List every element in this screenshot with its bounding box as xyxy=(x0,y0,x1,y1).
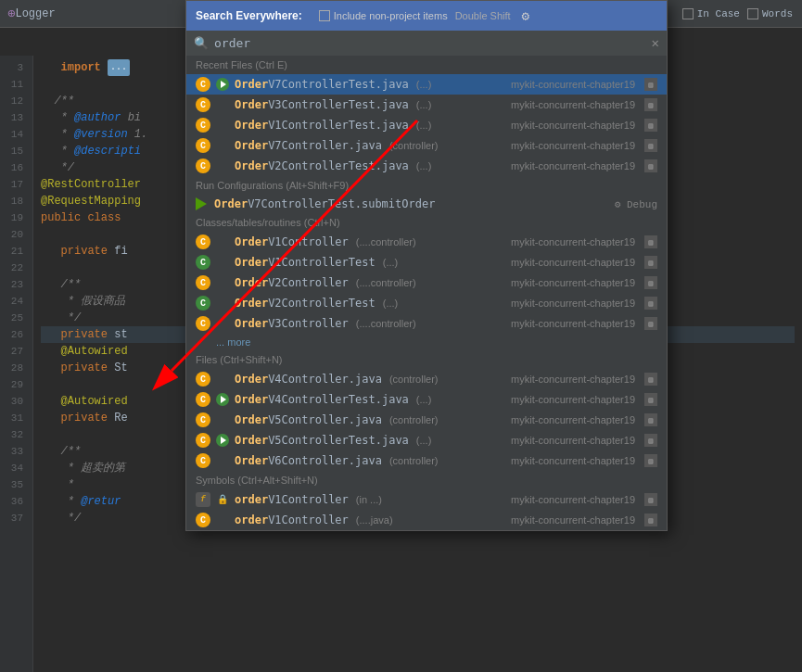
more-item[interactable]: ... more xyxy=(186,334,667,350)
result-detail: (....controller) xyxy=(356,277,416,288)
result-item[interactable]: C OrderV5Controller.java (controller) my… xyxy=(186,410,667,430)
file-icon: C xyxy=(196,77,210,92)
clear-icon[interactable]: ✕ xyxy=(652,35,659,51)
results-container[interactable]: Recent Files (Ctrl E) C OrderV7Controlle… xyxy=(186,56,667,530)
result-detail: (controller) xyxy=(389,455,439,466)
line-numbers: 3 11 12 13 14 15 16 17 18 19 20 21 22 23… xyxy=(0,56,33,672)
section-recent-files: Recent Files (Ctrl E) xyxy=(186,56,667,74)
result-detail: (....controller) xyxy=(356,236,416,247)
module-icon: ▤ xyxy=(644,373,657,386)
result-detail: (...) xyxy=(416,120,432,131)
result-item[interactable]: C OrderV2Controller (....controller) myk… xyxy=(186,273,667,293)
run-config-item[interactable]: OrderV7ControllerTest.submitOrder ⚙ Debu… xyxy=(186,195,667,213)
top-toolbar: In Case Words xyxy=(673,0,802,28)
result-item[interactable]: C OrderV4ControllerTest.java (...) mykit… xyxy=(186,389,667,410)
module-icon: ▤ xyxy=(644,393,657,406)
result-name: OrderV5ControllerTest.java xyxy=(235,434,409,447)
file-icon: C xyxy=(196,158,210,173)
file-icon: C xyxy=(196,372,210,387)
result-module: mykit-concurrent-chapter19 xyxy=(511,236,635,247)
result-module: mykit-concurrent-chapter19 xyxy=(511,414,635,425)
result-module: mykit-concurrent-chapter19 xyxy=(511,79,635,90)
result-module: mykit-concurrent-chapter19 xyxy=(511,394,635,405)
result-name: OrderV1Controller xyxy=(235,235,349,248)
debug-label: ⚙ Debug xyxy=(615,198,657,210)
result-item[interactable]: C OrderV5ControllerTest.java (...) mykit… xyxy=(186,430,667,450)
result-name: OrderV4Controller.java xyxy=(235,373,382,386)
result-item[interactable]: C OrderV7Controller.java (controller) my… xyxy=(186,135,667,156)
result-name: OrderV1ControllerTest.java xyxy=(235,119,409,132)
module-icon: ▤ xyxy=(644,98,657,111)
result-item[interactable]: f 🔒 orderV1Controller (in ...) mykit-con… xyxy=(186,489,667,510)
result-module: mykit-concurrent-chapter19 xyxy=(511,514,635,526)
module-icon: ▤ xyxy=(644,256,657,269)
module-icon: ▤ xyxy=(644,159,657,172)
result-name: OrderV4ControllerTest.java xyxy=(235,393,409,406)
result-detail: (controller) xyxy=(389,414,439,425)
result-module: mykit-concurrent-chapter19 xyxy=(511,160,635,171)
include-non-project-checkbox[interactable] xyxy=(319,10,330,21)
result-item[interactable]: C OrderV7ControllerTest.java (...) mykit… xyxy=(186,74,667,95)
play-icon xyxy=(216,393,229,406)
in-case-label: In Case xyxy=(697,8,740,19)
double-shift-label: Double Shift xyxy=(455,10,511,21)
in-case-checkbox[interactable] xyxy=(682,8,694,19)
include-non-project-group[interactable]: Include non-project items xyxy=(319,10,448,21)
result-item[interactable]: C OrderV1ControllerTest (...) mykit-conc… xyxy=(186,252,667,273)
result-name: OrderV7ControllerTest.java xyxy=(235,78,409,91)
result-module: mykit-concurrent-chapter19 xyxy=(511,257,635,268)
words-checkbox[interactable] xyxy=(747,8,758,19)
result-detail: (controller) xyxy=(389,374,439,385)
module-icon: ▤ xyxy=(644,276,657,289)
result-name: orderV1Controller xyxy=(235,514,349,526)
result-detail: (controller) xyxy=(389,140,439,151)
section-classes: Classes/tables/routines (Ctrl+N) xyxy=(186,213,667,232)
file-icon: C xyxy=(196,118,210,133)
result-module: mykit-concurrent-chapter19 xyxy=(511,374,635,385)
search-input-row: 🔍 ✕ xyxy=(186,31,667,56)
file-icon: C xyxy=(196,296,210,311)
result-item[interactable]: C OrderV1ControllerTest.java (...) mykit… xyxy=(186,115,667,135)
result-module: mykit-concurrent-chapter19 xyxy=(511,298,635,309)
play-icon xyxy=(216,434,229,447)
result-item[interactable]: C OrderV4Controller.java (controller) my… xyxy=(186,369,667,389)
search-dialog-header: Search Everywhere: Include non-project i… xyxy=(186,1,667,31)
result-detail: (...) xyxy=(383,257,399,268)
result-item[interactable]: C OrderV3Controller (....controller) myk… xyxy=(186,313,667,334)
run-config-name: OrderV7ControllerTest.submitOrder xyxy=(214,197,435,210)
module-icon: ▤ xyxy=(644,235,657,248)
result-detail: (...) xyxy=(416,394,432,405)
result-item[interactable]: C orderV1Controller (....java) mykit-con… xyxy=(186,510,667,530)
module-icon: ▤ xyxy=(644,413,657,426)
module-icon: ▤ xyxy=(644,139,657,152)
words-group[interactable]: Words xyxy=(747,8,793,19)
module-icon: ▤ xyxy=(644,297,657,310)
play-icon xyxy=(216,78,229,91)
gear-icon[interactable]: ⚙ xyxy=(522,8,529,24)
result-item[interactable]: C OrderV2ControllerTest (...) mykit-conc… xyxy=(186,293,667,313)
result-module: mykit-concurrent-chapter19 xyxy=(511,99,635,110)
module-icon: ▤ xyxy=(644,119,657,132)
result-name: OrderV2ControllerTest xyxy=(235,297,376,310)
in-case-group[interactable]: In Case xyxy=(682,8,740,19)
section-symbols: Symbols (Ctrl+Alt+Shift+N) xyxy=(186,471,667,489)
result-item[interactable]: C OrderV1Controller (....controller) myk… xyxy=(186,232,667,252)
result-item[interactable]: C OrderV6Controller.java (controller) my… xyxy=(186,450,667,471)
section-files: Files (Ctrl+Shift+N) xyxy=(186,350,667,369)
include-non-project-label: Include non-project items xyxy=(334,10,448,21)
result-module: mykit-concurrent-chapter19 xyxy=(511,435,635,446)
result-item[interactable]: C OrderV3ControllerTest.java (...) mykit… xyxy=(186,95,667,115)
result-detail: (...) xyxy=(383,298,399,309)
result-detail: (...) xyxy=(416,79,432,90)
search-icon: 🔍 xyxy=(194,36,209,51)
section-run-configs: Run Configurations (Alt+Shift+F9) xyxy=(186,176,667,195)
run-config-icon xyxy=(196,197,209,210)
words-label: Words xyxy=(762,8,793,19)
result-module: mykit-concurrent-chapter19 xyxy=(511,120,635,131)
result-item[interactable]: C OrderV2ControllerTest.java (...) mykit… xyxy=(186,156,667,176)
module-icon: ▤ xyxy=(644,434,657,447)
file-icon: C xyxy=(196,316,210,331)
search-input[interactable] xyxy=(214,36,646,50)
file-icon: C xyxy=(196,255,210,270)
result-name: OrderV3Controller xyxy=(235,317,349,330)
